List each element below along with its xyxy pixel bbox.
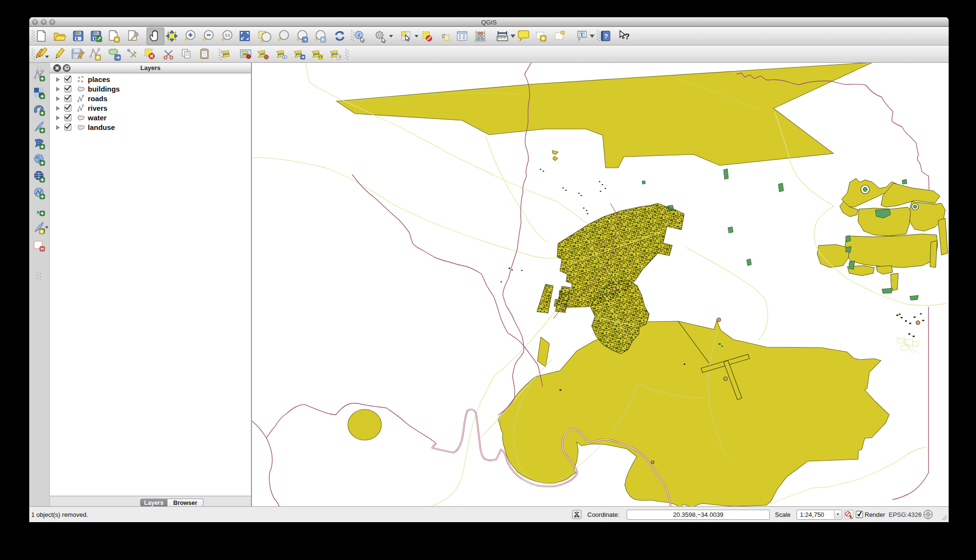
svg-text:T: T	[580, 32, 583, 37]
svg-text:1:1: 1:1	[225, 34, 230, 37]
svg-text:ab: ab	[260, 51, 265, 56]
svg-text:?: ?	[604, 33, 608, 40]
svg-text:ε: ε	[442, 31, 445, 40]
svg-text:?: ?	[625, 32, 630, 41]
svg-text:,: ,	[36, 202, 39, 215]
